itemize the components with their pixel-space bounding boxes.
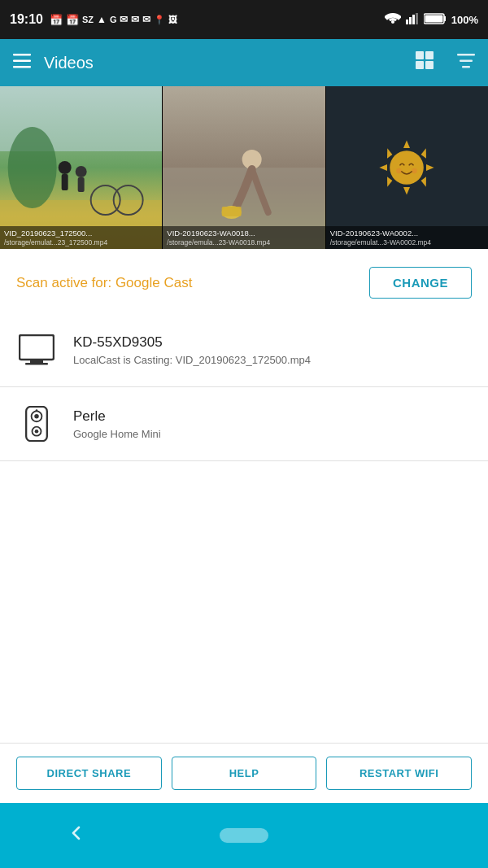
svg-rect-5 (444, 16, 446, 21)
device-name-speaker: Perle (73, 408, 161, 425)
svg-rect-3 (416, 13, 418, 24)
mail-icon-1: ✉ (120, 14, 128, 25)
battery-icon (424, 13, 447, 27)
svg-rect-11 (425, 51, 434, 59)
svg-rect-43 (20, 335, 54, 360)
status-bar: 19:10 📅 📅 SZ ▲ G ✉ ✉ ✉ 📍 🖼 (0, 0, 488, 39)
nav-bar (0, 803, 488, 868)
device-info-tv: KD-55XD9305 LocalCast is Casting: VID_20… (73, 334, 311, 366)
app-bar: Videos (0, 39, 488, 86)
change-button[interactable]: CHANGE (369, 267, 472, 299)
wifi-icon (385, 13, 401, 27)
device-item-speaker[interactable]: Perle Google Home Mini (0, 387, 488, 461)
device-info-speaker: Perle Google Home Mini (73, 408, 161, 440)
svg-point-23 (76, 166, 87, 177)
ge-icon: G (110, 15, 117, 24)
video-thumb-1[interactable]: VID_20190623_172500... /storage/emulat..… (0, 86, 163, 249)
svg-marker-36 (403, 187, 410, 195)
video-thumb-2[interactable]: VID-20190623-WA0018... /storage/emula...… (163, 86, 325, 249)
nav-icon: ▲ (97, 14, 107, 25)
help-button[interactable]: HELP (172, 757, 317, 790)
svg-point-20 (8, 127, 57, 208)
svg-point-51 (36, 409, 38, 412)
direct-share-button[interactable]: DIRECT SHARE (16, 757, 162, 790)
battery-percent: 100% (451, 14, 478, 26)
svg-point-48 (34, 414, 39, 418)
calendar-icon-2: 📅 (66, 14, 79, 26)
status-icons-right: 100% (385, 13, 478, 27)
sz-icon: SZ (82, 15, 94, 24)
thumb-2-label: VID-20190623-WA0018... /storage/emula...… (163, 226, 325, 249)
svg-point-42 (412, 168, 417, 173)
svg-rect-24 (78, 177, 85, 192)
cast-dialog: Scan active for: Google Cast CHANGE KD-5… (0, 249, 488, 461)
signal-icon (406, 13, 419, 27)
status-icons-left: 19:10 📅 📅 SZ ▲ G ✉ ✉ ✉ 📍 🖼 (10, 12, 177, 27)
home-pill[interactable] (220, 828, 268, 843)
device-name-tv: KD-55XD9305 (73, 334, 311, 351)
svg-point-21 (59, 161, 72, 174)
svg-marker-33 (421, 148, 426, 159)
mail-icon-2: ✉ (131, 14, 139, 25)
svg-rect-6 (425, 15, 442, 22)
svg-marker-35 (421, 177, 426, 187)
svg-marker-32 (403, 140, 410, 148)
device-item-tv[interactable]: KD-55XD9305 LocalCast is Casting: VID_20… (0, 313, 488, 387)
svg-point-50 (35, 430, 39, 434)
svg-rect-7 (13, 54, 31, 56)
device-list: KD-55XD9305 LocalCast is Casting: VID_20… (0, 313, 488, 461)
svg-rect-22 (62, 174, 68, 190)
svg-rect-9 (13, 66, 31, 68)
sort-icon[interactable] (457, 52, 475, 73)
time: 19:10 (10, 12, 43, 27)
svg-rect-45 (25, 363, 48, 365)
mail-icon-3: ✉ (142, 14, 150, 25)
scan-header: Scan active for: Google Cast CHANGE (0, 249, 488, 313)
svg-rect-15 (460, 60, 473, 63)
svg-rect-13 (425, 61, 434, 69)
svg-point-40 (390, 150, 425, 185)
svg-rect-12 (416, 61, 424, 69)
restart-wifi-button[interactable]: RESTART WIFI (326, 757, 472, 790)
app-title: Videos (44, 54, 402, 72)
svg-rect-0 (406, 20, 408, 24)
photos-icon: 🖼 (168, 15, 177, 24)
svg-point-41 (397, 168, 402, 173)
svg-rect-14 (457, 54, 475, 56)
svg-rect-8 (13, 60, 31, 63)
device-sub-speaker: Google Home Mini (73, 428, 161, 440)
svg-rect-31 (222, 207, 242, 216)
svg-marker-39 (387, 148, 392, 159)
back-button[interactable] (68, 824, 85, 847)
video-thumb-3[interactable]: VID-20190623-WA0002... /storage/emulat..… (326, 86, 488, 249)
maps-icon: 📍 (154, 15, 165, 25)
svg-rect-1 (409, 17, 412, 24)
scan-text: Scan active for: Google Cast (16, 275, 192, 291)
svg-rect-10 (416, 51, 424, 59)
svg-rect-44 (30, 360, 43, 363)
svg-rect-16 (462, 66, 470, 68)
hamburger-icon[interactable] (13, 52, 31, 73)
svg-rect-2 (412, 15, 415, 24)
thumb-3-label: VID-20190623-WA0002... /storage/emulat..… (326, 226, 488, 249)
video-row: VID_20190623_172500... /storage/emulat..… (0, 86, 488, 249)
device-sub-tv: LocalCast is Casting: VID_20190623_17250… (73, 354, 311, 366)
svg-marker-37 (387, 177, 392, 187)
thumb-1-label: VID_20190623_172500... /storage/emulat..… (0, 226, 162, 249)
svg-marker-38 (380, 164, 388, 171)
calendar-icon-1: 📅 (50, 14, 63, 26)
tv-icon (16, 329, 57, 370)
grid-icon[interactable] (415, 50, 434, 75)
svg-marker-34 (426, 164, 434, 171)
speaker-icon (16, 403, 57, 444)
bottom-buttons: DIRECT SHARE HELP RESTART WIFI (0, 743, 488, 803)
